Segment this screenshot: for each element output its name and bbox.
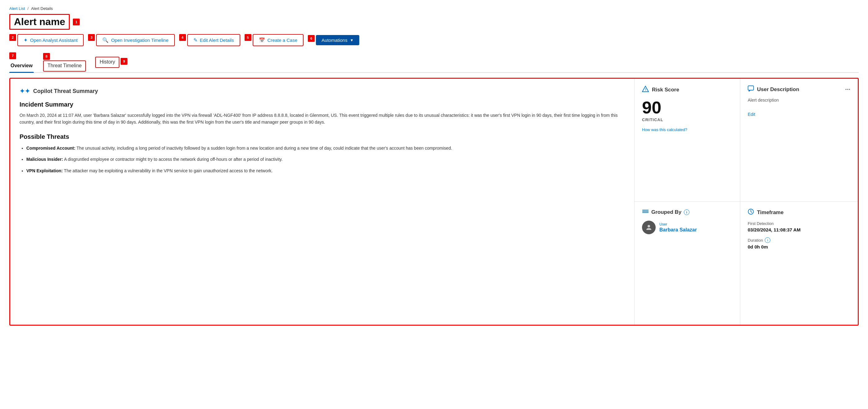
grouped-by-title: Grouped By [651,209,681,215]
threats-list: Compromised Account: The unusual activit… [20,145,625,174]
grouped-by-info-icon[interactable]: i [684,210,689,215]
timeframe-panel: Timeframe First Detection 03/20/2024, 11… [740,202,858,325]
sparkle-icon: ✦ [24,37,28,43]
edit-btn-wrap: 4 ✎ Edit Alert Details [179,34,240,46]
svg-rect-6 [748,86,754,90]
open-analyst-assistant-button[interactable]: ✦ Open Analyst Assistant [18,34,84,46]
badge-9: 9 [121,58,127,65]
user-desc-header: User Description ··· [748,86,850,93]
analyst-btn-wrap: 2 ✦ Open Analyst Assistant [9,34,84,46]
grouped-by-header: Grouped By i [642,209,733,216]
first-detection-label: First Detection [748,221,850,226]
timeframe-header: Timeframe [748,209,850,216]
threat-detail-2: A disgruntled employee or contractor mig… [64,157,282,162]
badge-4: 4 [179,34,186,41]
risk-score-panel: ! Risk Score 90 CRITICAL How was this ca… [634,79,740,202]
copilot-panel: ✦✦ Copilot Threat Summary Incident Summa… [10,79,634,325]
clock-icon [748,209,754,216]
edit-icon: ✎ [193,37,197,43]
badge-5: 5 [245,34,251,41]
user-avatar [642,221,656,234]
edit-alert-details-button[interactable]: ✎ Edit Alert Details [187,34,240,46]
analyst-btn-label: Open Analyst Assistant [30,37,78,43]
chevron-down-icon: ▼ [350,38,354,42]
duration-value: 0d 0h 0m [748,244,850,249]
open-investigation-timeline-button[interactable]: 🔍 Open Investigation Timeline [96,34,175,46]
alert-name-row: Alert name 1 [9,14,859,30]
user-name[interactable]: Barbara Salazar [659,227,697,233]
threat-item-3: VPN Exploitation: The attacker may be ex… [26,167,625,174]
copilot-icon: ✦✦ [20,87,30,95]
risk-score-header: ! Risk Score [642,86,733,94]
duration-label: Duration i [748,237,850,243]
badge-1: 1 [73,19,80,25]
user-desc-text: Alert description [748,98,850,102]
duration-info-icon[interactable]: i [765,237,770,243]
edit-btn-label: Edit Alert Details [200,37,234,43]
search-icon: 🔍 [102,37,108,43]
svg-point-5 [648,225,650,227]
tab-overview[interactable]: Overview [9,60,34,72]
badge-8: 8 [43,53,50,60]
case-btn-label: Create a Case [268,37,298,43]
breadcrumb-separator: / [28,6,29,11]
grouped-by-panel: Grouped By i User Barbara Salazar [634,202,740,325]
copilot-header: ✦✦ Copilot Threat Summary [20,87,625,95]
threat-item-1: Compromised Account: The unusual activit… [26,145,625,152]
user-desc-title: User Description [757,87,799,93]
timeline-btn-wrap: 3 🔍 Open Investigation Timeline [88,34,175,46]
warning-icon: ! [642,86,649,94]
how-calculated-link[interactable]: How was this calculated? [642,127,687,132]
timeline-btn-label: Open Investigation Timeline [111,37,168,43]
breadcrumb-current: Alert Details [31,6,53,11]
svg-line-9 [751,212,752,213]
breadcrumb: Alert List / Alert Details [9,6,859,11]
first-detection-value: 03/20/2024, 11:08:37 AM [748,227,850,232]
threat-item-2: Malicious Insider: A disgruntled employe… [26,156,625,163]
risk-critical-label: CRITICAL [642,118,733,122]
threat-name-3: VPN Exploitation: [26,168,63,173]
case-btn-wrap: 5 📅 Create a Case [245,34,304,46]
tabs-row: 7 Overview 8 Threat Timeline History 9 [9,52,859,73]
svg-text:!: ! [645,88,646,91]
threat-name-1: Compromised Account: [26,146,75,151]
middle-panels: ! Risk Score 90 CRITICAL How was this ca… [634,79,740,325]
layers-icon [642,209,649,216]
risk-score-value: 90 [642,99,733,116]
user-tag: User [659,222,697,226]
breadcrumb-alert-list[interactable]: Alert List [9,6,25,11]
briefcase-icon: 📅 [259,37,265,43]
grouped-user: User Barbara Salazar [642,221,733,234]
threat-detail-3: The attacker may be exploiting a vulnera… [64,168,273,173]
comment-icon [748,86,754,93]
user-info: User Barbara Salazar [659,222,697,233]
far-right-panels: User Description ··· Alert description E… [740,79,858,325]
possible-threats-title: Possible Threats [20,133,625,140]
alert-name-title: Alert name [9,14,70,30]
badge-6: 6 [308,35,315,42]
risk-score-title: Risk Score [652,87,679,93]
badge-3: 3 [88,34,95,41]
automations-button[interactable]: Automations ▼ [316,35,359,45]
create-case-button[interactable]: 📅 Create a Case [253,34,304,46]
badge-2: 2 [9,34,16,41]
threat-name-2: Malicious Insider: [26,157,63,162]
automations-btn-wrap: 6 Automations ▼ [308,35,359,45]
edit-description-link[interactable]: Edit [748,112,850,117]
tab-history[interactable]: History [95,57,119,68]
main-content: ✦✦ Copilot Threat Summary Incident Summa… [9,78,859,326]
copilot-title: Copilot Threat Summary [33,88,98,95]
incident-summary-title: Incident Summary [20,101,625,108]
automations-btn-label: Automations [321,37,347,43]
incident-text: On March 20, 2024 at 11:07 AM, user 'Bar… [20,112,625,126]
badge-7: 7 [9,52,16,59]
user-description-panel: User Description ··· Alert description E… [740,79,858,202]
toolbar: 2 ✦ Open Analyst Assistant 3 🔍 Open Inve… [9,34,859,46]
tab-threat-timeline[interactable]: Threat Timeline [43,60,86,71]
timeframe-title: Timeframe [757,210,784,216]
threat-detail-1: The unusual activity, including a long p… [76,146,452,151]
more-options-icon[interactable]: ··· [845,86,850,93]
